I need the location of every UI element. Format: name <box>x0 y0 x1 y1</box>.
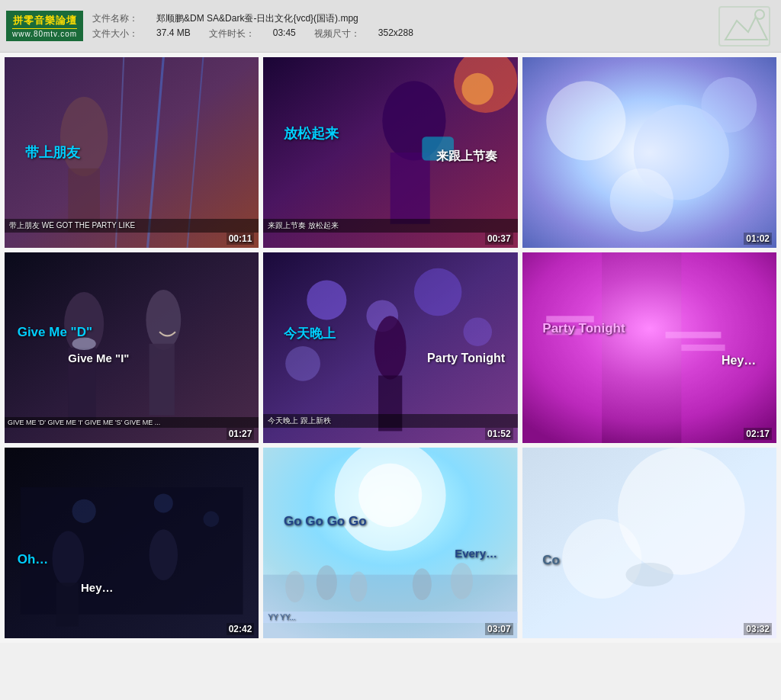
thumb-3-overlay <box>522 57 776 248</box>
resolution-value: 352x288 <box>378 27 413 40</box>
svg-point-31 <box>285 346 320 381</box>
thumb-4-timestamp: 01:27 <box>227 428 255 440</box>
svg-point-32 <box>374 316 407 379</box>
svg-point-23 <box>146 290 181 350</box>
svg-point-48 <box>149 529 178 580</box>
duration-label: 文件时长： <box>209 27 255 40</box>
thumbnail-3[interactable]: 01:02 <box>522 57 776 248</box>
thumb-4-secondary: Give Me "I" <box>68 352 129 364</box>
svg-point-51 <box>358 464 422 527</box>
thumb-8-secondary: Every… <box>455 547 497 560</box>
thumb-8-timestamp: 03:07 <box>485 623 513 635</box>
thumb-6-overlay <box>522 252 776 443</box>
thumb-2-timestamp: 00:37 <box>485 233 513 245</box>
svg-point-61 <box>625 563 673 586</box>
svg-point-43 <box>72 499 96 523</box>
logo-bottom: www.80mtv.com <box>12 30 77 38</box>
thumbnail-8[interactable]: Go Go Go Go Every… YY YY... 03:07 <box>263 448 517 638</box>
svg-point-30 <box>464 317 492 345</box>
thumb-4-overlay <box>5 252 259 443</box>
svg-point-19 <box>701 77 757 133</box>
svg-point-29 <box>414 268 461 316</box>
thumbnail-6[interactable]: Party Tonight Hey… 02:17 <box>522 252 776 443</box>
file-info: 文件名称： 郑顺鹏&DM SA&Dark蚕-日出文化{vcd}(国语).mpg … <box>92 12 714 40</box>
logo-top: 拼零音樂論壇 <box>13 14 77 27</box>
thumb-1-subtitle: 带上朋友 WE GOT THE PARTY LIKE <box>5 219 259 233</box>
thumbnail-1[interactable]: 带上朋友 带上朋友 WE GOT THE PARTY LIKE 00:11 <box>5 57 259 248</box>
thumb-1-timestamp: 00:11 <box>227 233 255 245</box>
corner-icon <box>714 3 775 49</box>
thumb-9-timestamp: 03:32 <box>744 623 772 635</box>
svg-point-54 <box>317 565 337 600</box>
thumb-2-main: 放松起来 <box>284 124 339 143</box>
thumb-6-timestamp: 02:17 <box>744 428 772 440</box>
svg-marker-1 <box>725 17 767 40</box>
thumb-7-timestamp: 02:42 <box>227 623 255 635</box>
thumb-4-main: Give Me "D" <box>18 325 92 340</box>
thumb-8-subtitle: YY YY... <box>263 612 517 623</box>
svg-point-2 <box>755 10 764 19</box>
thumb-8-main: Go Go Go Go <box>284 514 367 529</box>
thumbnail-7[interactable]: Oh… Hey… 02:42 <box>5 448 259 638</box>
header: 拼零音樂論壇 www.80mtv.com 文件名称： 郑顺鹏&DM SA&Dar… <box>0 0 781 53</box>
thumbnail-9[interactable]: Co 03:32 <box>522 448 776 638</box>
filesize-label: 文件大小： <box>92 27 138 40</box>
svg-point-27 <box>307 280 347 319</box>
thumb-6-main: Party Tonight <box>542 321 625 336</box>
thumb-6-secondary: Hey… <box>722 354 756 368</box>
thumb-5-subtitle: 今天晚上 跟上新秩 <box>263 414 517 428</box>
svg-point-45 <box>203 511 219 527</box>
thumb-8-overlay <box>263 448 517 638</box>
logo-area: 拼零音樂論壇 www.80mtv.com <box>6 11 83 41</box>
thumbnails-grid: 带上朋友 带上朋友 WE GOT THE PARTY LIKE 00:11 <box>0 53 781 643</box>
svg-point-4 <box>60 97 108 176</box>
svg-point-46 <box>52 531 84 586</box>
svg-rect-20 <box>5 252 259 443</box>
meta-row: 文件大小： 37.4 MB 文件时长： 03:45 视频尺寸： 352x288 <box>92 27 714 40</box>
duration-value: 03:45 <box>273 27 296 40</box>
resolution-label: 视频尺寸： <box>314 27 360 40</box>
svg-point-44 <box>154 493 173 512</box>
svg-rect-47 <box>56 583 79 626</box>
filename-row: 文件名称： 郑顺鹏&DM SA&Dark蚕-日出文化{vcd}(国语).mpg <box>92 12 714 25</box>
thumb-5-timestamp: 01:52 <box>485 428 513 440</box>
thumb-2-subtitle: 来跟上节奏 放松起来 <box>263 219 517 233</box>
thumbnail-4[interactable]: Give Me "D" Give Me "I" GIVE ME 'D' GIVE… <box>5 252 259 443</box>
svg-rect-39 <box>665 332 721 338</box>
svg-point-60 <box>562 519 641 599</box>
thumb-7-main: Oh… <box>18 552 49 567</box>
filename-value: 郑顺鹏&DM SA&Dark蚕-日出文化{vcd}(国语).mpg <box>156 12 358 25</box>
thumb-7-secondary: Hey… <box>81 581 114 594</box>
thumb-9-overlay <box>522 448 776 638</box>
thumb-7-overlay <box>5 448 259 638</box>
svg-rect-35 <box>522 252 602 443</box>
thumb-5-secondary: Party Tonight <box>427 352 505 365</box>
filename-label: 文件名称： <box>92 12 138 25</box>
thumb-9-main: Co <box>542 553 560 568</box>
svg-rect-11 <box>390 153 430 224</box>
thumb-5-main: 今天晚上 <box>284 325 336 342</box>
svg-point-57 <box>451 563 473 599</box>
svg-point-55 <box>350 571 368 602</box>
svg-point-13 <box>462 73 494 105</box>
thumb-1-main: 带上朋友 <box>25 143 80 162</box>
svg-point-16 <box>546 81 625 160</box>
logo-divider <box>12 28 77 29</box>
thumbnail-5[interactable]: 今天晚上 Party Tonight 今天晚上 跟上新秩 01:52 <box>263 252 517 443</box>
svg-point-56 <box>413 568 432 600</box>
svg-rect-40 <box>681 345 725 351</box>
filesize-value: 37.4 MB <box>156 27 191 40</box>
svg-point-53 <box>285 570 304 602</box>
header-top: 拼零音樂論壇 www.80mtv.com 文件名称： 郑顺鹏&DM SA&Dar… <box>0 0 781 52</box>
thumb-2-secondary: 来跟上节奏 <box>436 148 497 164</box>
thumb-3-timestamp: 01:02 <box>744 233 772 245</box>
thumb-4-subtitle: GIVE ME 'D' GIVE ME 'I' GIVE ME 'S' GIVE… <box>5 417 259 428</box>
svg-rect-24 <box>149 344 175 416</box>
svg-point-18 <box>609 169 673 232</box>
thumbnail-2[interactable]: 放松起来 来跟上节奏 来跟上节奏 放松起来 00:37 <box>263 57 517 248</box>
